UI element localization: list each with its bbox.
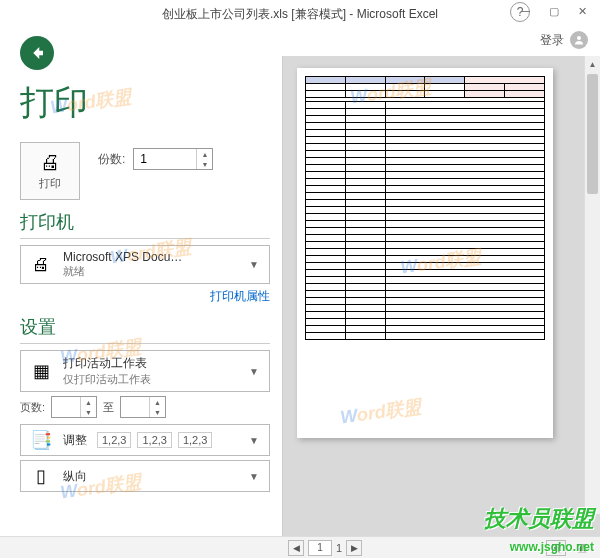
user-bar: 登录 (0, 28, 600, 52)
chevron-down-icon: ▼ (245, 366, 263, 377)
status-bar: ◀ 1 1 ▶ ▦ ▣ (0, 536, 600, 558)
collate-seq: 1,2,3 (178, 432, 212, 448)
current-page-field[interactable]: 1 (308, 540, 332, 556)
title-bar: 创业板上市公司列表.xls [兼容模式] - Microsoft Excel ?… (0, 0, 600, 28)
printer-selector[interactable]: 🖨 Microsoft XPS Docu… 就绪 ▼ (20, 245, 270, 284)
vertical-scrollbar[interactable]: ▲ (584, 56, 600, 514)
spinner-down-icon[interactable]: ▼ (197, 159, 212, 169)
print-button[interactable]: 🖨 打印 (20, 142, 80, 200)
preview-table (305, 76, 545, 340)
divider (20, 238, 270, 239)
scope-line2: 仅打印活动工作表 (63, 372, 237, 387)
page-of-label: 1 (336, 542, 342, 554)
copies-control: 份数: 1 ▲▼ (98, 148, 213, 170)
divider (20, 343, 270, 344)
page-from-spinner[interactable]: ▲▼ (51, 396, 97, 418)
printer-icon: 🖨 (40, 151, 60, 174)
pages-label: 页数: (20, 400, 45, 415)
maximize-button[interactable]: ▢ (540, 0, 568, 22)
chevron-down-icon: ▼ (245, 435, 263, 446)
spinner-down-icon[interactable]: ▼ (150, 407, 165, 417)
chevron-down-icon: ▼ (245, 471, 263, 482)
settings-section-title: 设置 (20, 315, 270, 339)
scroll-up-icon[interactable]: ▲ (585, 56, 600, 72)
collation-selector[interactable]: 📑 调整 1,2,3 1,2,3 1,2,3 ▼ (20, 424, 270, 456)
orientation-selector[interactable]: ▯ 纵向 ▼ (20, 460, 270, 492)
orientation-label: 纵向 (63, 468, 237, 485)
collate-icon: 📑 (27, 429, 55, 451)
window-controls: ─ ▢ ✕ (512, 0, 596, 22)
show-margins-icon[interactable]: ▣ (572, 540, 592, 556)
spinner-up-icon[interactable]: ▲ (197, 149, 212, 159)
svg-point-0 (577, 36, 581, 40)
pages-to-label: 至 (103, 400, 114, 415)
collate-label: 调整 (63, 432, 87, 449)
print-preview-panel: ▲ (282, 56, 600, 536)
minimize-button[interactable]: ─ (512, 0, 540, 22)
prev-page-button[interactable]: ◀ (288, 540, 304, 556)
sheets-icon: ▦ (27, 360, 55, 382)
print-action-row: 🖨 打印 份数: 1 ▲▼ (20, 142, 270, 200)
login-link[interactable]: 登录 (540, 32, 564, 49)
copies-value: 1 (140, 152, 147, 166)
scrollbar-thumb[interactable] (587, 74, 598, 194)
page-title: 打印 (20, 80, 270, 126)
window-title: 创业板上市公司列表.xls [兼容模式] - Microsoft Excel (162, 6, 438, 23)
next-page-button[interactable]: ▶ (346, 540, 362, 556)
spinner-down-icon[interactable]: ▼ (81, 407, 96, 417)
scope-line1: 打印活动工作表 (63, 355, 237, 372)
printer-properties-link[interactable]: 打印机属性 (20, 288, 270, 305)
chevron-down-icon: ▼ (245, 259, 263, 270)
printer-name: Microsoft XPS Docu… (63, 250, 237, 264)
printer-status: 就绪 (63, 264, 237, 279)
copies-label: 份数: (98, 151, 125, 168)
spinner-up-icon[interactable]: ▲ (81, 397, 96, 407)
close-button[interactable]: ✕ (568, 0, 596, 22)
printer-section-title: 打印机 (20, 210, 270, 234)
printer-status-icon: 🖨 (27, 254, 55, 275)
print-button-label: 打印 (39, 176, 61, 191)
portrait-icon: ▯ (27, 465, 55, 487)
user-avatar-icon[interactable] (570, 31, 588, 49)
collate-seq: 1,2,3 (97, 432, 131, 448)
print-settings-panel: 打印 🖨 打印 份数: 1 ▲▼ 打印机 🖨 Microsoft XPS Doc… (0, 56, 282, 536)
print-scope-selector[interactable]: ▦ 打印活动工作表 仅打印活动工作表 ▼ (20, 350, 270, 392)
page-range-row: 页数: ▲▼ 至 ▲▼ (20, 396, 270, 418)
spinner-up-icon[interactable]: ▲ (150, 397, 165, 407)
collate-seq: 1,2,3 (137, 432, 171, 448)
preview-page (297, 68, 553, 438)
page-to-spinner[interactable]: ▲▼ (120, 396, 166, 418)
main-area: 打印 🖨 打印 份数: 1 ▲▼ 打印机 🖨 Microsoft XPS Doc… (0, 56, 600, 536)
copies-spinner[interactable]: 1 ▲▼ (133, 148, 213, 170)
page-navigation: ◀ 1 1 ▶ (288, 540, 362, 556)
zoom-to-page-icon[interactable]: ▦ (546, 540, 566, 556)
